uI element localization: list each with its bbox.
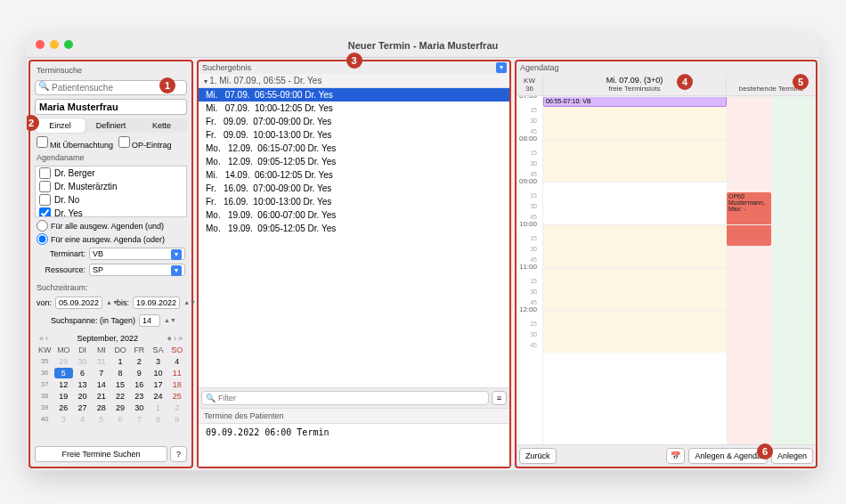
stepper-icon[interactable]: ▲▼ xyxy=(106,300,113,305)
calendar-day[interactable]: 5 xyxy=(54,368,72,378)
radio-one[interactable]: Für eine ausgew. Agenda (oder) xyxy=(33,232,189,246)
result-row[interactable]: Mi. 07.09. 10:00-12:05 Dr. Yes xyxy=(199,102,509,115)
patient-term-row[interactable]: 09.09.2022 06:00 Termin xyxy=(199,424,509,467)
traffic-lights xyxy=(36,40,73,49)
calendar-day[interactable]: 21 xyxy=(93,391,110,402)
minimize-icon[interactable] xyxy=(50,40,59,49)
today-icon[interactable]: ● xyxy=(167,334,172,343)
calendar-day[interactable]: 20 xyxy=(74,391,92,402)
calendar-day[interactable]: 4 xyxy=(74,414,92,425)
prev-month-icon[interactable]: ‹ xyxy=(45,334,48,343)
calendar-day[interactable]: 27 xyxy=(74,402,92,413)
date-to[interactable]: 19.09.2022 xyxy=(133,297,180,309)
calendar-day[interactable]: 24 xyxy=(150,391,167,402)
calendar-day[interactable]: 9 xyxy=(130,368,148,378)
result-row[interactable]: Mo. 12.09. 09:05-12:05 Dr. Yes xyxy=(199,155,509,168)
calendar-day[interactable]: 6 xyxy=(74,368,92,378)
kw-box: KW 36 xyxy=(517,74,543,95)
help-button[interactable]: ? xyxy=(170,446,187,462)
result-row[interactable]: Fr. 09.09. 10:00-13:00 Dr. Yes xyxy=(199,128,509,142)
calendar-day[interactable]: 17 xyxy=(150,379,167,390)
calendar-day[interactable]: 23 xyxy=(130,391,148,402)
tab-kette[interactable]: Kette xyxy=(136,118,187,133)
result-row[interactable]: Fr. 16.09. 07:00-09:00 Dr. Yes xyxy=(199,182,509,195)
list-item[interactable]: Dr. Yes xyxy=(36,207,186,217)
calendar-day[interactable]: 31 xyxy=(93,356,110,367)
calendar-day[interactable]: 11 xyxy=(168,368,186,378)
calendar-day[interactable]: 3 xyxy=(150,356,167,367)
calendar-day[interactable]: 19 xyxy=(54,391,72,402)
list-item[interactable]: Dr. Musterärztin xyxy=(36,180,186,193)
result-row[interactable]: Fr. 16.09. 10:00-13:00 Dr. Yes xyxy=(199,195,509,208)
patient-name[interactable]: Maria Musterfrau xyxy=(35,99,187,115)
calendar-day[interactable]: 26 xyxy=(54,402,72,413)
existing-block[interactable]: OP60 Mustermann, Max: - xyxy=(727,192,771,246)
calendar-day[interactable]: 18 xyxy=(168,379,186,390)
result-row[interactable]: Mo. 19.09. 09:05-12:05 Dr. Yes xyxy=(199,222,509,235)
calendar-day[interactable]: 30 xyxy=(130,402,148,413)
calendar-day[interactable]: 14 xyxy=(93,379,110,390)
calendar-day[interactable]: 3 xyxy=(54,414,72,425)
calendar-day[interactable]: 5 xyxy=(93,414,110,425)
calendar-day[interactable]: 2 xyxy=(168,402,186,413)
calendar-day[interactable]: 4 xyxy=(168,356,186,367)
calendar-day[interactable]: 7 xyxy=(130,414,148,425)
close-icon[interactable] xyxy=(36,40,45,49)
chk-op[interactable]: OP-Eintrag xyxy=(118,136,172,150)
stepper-icon[interactable]: ▲▼ xyxy=(164,318,171,323)
list-item[interactable]: Dr. No xyxy=(36,193,186,207)
calendar-day[interactable]: 8 xyxy=(111,368,129,378)
calendar-day[interactable]: 1 xyxy=(111,356,129,367)
calendar-day[interactable]: 13 xyxy=(74,379,92,390)
search-free-button[interactable]: Freie Termine Suchen xyxy=(35,446,167,462)
result-row[interactable]: Mo. 19.09. 06:00-07:00 Dr. Yes xyxy=(199,208,509,222)
result-row[interactable]: Mi. 14.09. 06:00-12:05 Dr. Yes xyxy=(199,168,509,182)
calendar-day[interactable]: 6 xyxy=(111,414,129,425)
timegrid[interactable]: 07:0015304508:0015304509:0015304510:0015… xyxy=(517,96,816,444)
terminart-select[interactable]: VB xyxy=(89,248,185,260)
section-title: Agendatag xyxy=(517,61,816,74)
tab-definiert[interactable]: Definiert xyxy=(85,118,136,133)
result-row[interactable]: Fr. 09.09. 07:00-09:00 Dr. Yes xyxy=(199,115,509,128)
tab-einzel[interactable]: Einzel xyxy=(35,118,85,133)
calendar-day[interactable]: 29 xyxy=(54,356,72,367)
calendar-day[interactable]: 16 xyxy=(130,379,148,390)
radio-all[interactable]: Für alle ausgew. Agenden (und) xyxy=(33,219,189,232)
calendar-day[interactable]: 29 xyxy=(111,402,129,413)
zoom-icon[interactable] xyxy=(64,40,73,49)
chk-overnight[interactable]: Mit Übernachtung xyxy=(37,136,113,150)
calendar-day[interactable]: 2 xyxy=(130,356,148,367)
stepper-icon[interactable]: ▲▼ xyxy=(183,300,191,305)
date-from[interactable]: 05.09.2022 xyxy=(55,297,102,309)
result-group[interactable]: 1. Mi. 07.09., 06:55 - Dr. Yes xyxy=(199,74,509,88)
calendar-day[interactable]: 15 xyxy=(111,379,129,390)
anlegen-button[interactable]: Anlegen xyxy=(771,448,813,464)
prev-year-icon[interactable]: « xyxy=(39,334,44,343)
next-month-icon[interactable]: › xyxy=(174,334,176,343)
ressource-select[interactable]: SP xyxy=(89,264,185,276)
filter-options-button[interactable]: ≡ xyxy=(492,391,507,405)
back-button[interactable]: Zurück xyxy=(519,448,557,464)
span-input[interactable]: 14 xyxy=(139,314,160,327)
calendar-day[interactable]: 12 xyxy=(54,379,72,390)
calendar-day[interactable]: 1 xyxy=(150,402,167,413)
calendar-day[interactable]: 8 xyxy=(150,414,167,425)
free-slot-block[interactable]: 06:55-07:10: VB xyxy=(543,96,727,107)
badge-1: 1 xyxy=(159,77,175,93)
calendar-day[interactable]: 22 xyxy=(111,391,129,402)
next-year-icon[interactable]: » xyxy=(178,334,183,343)
calendar-icon-button[interactable]: 📅 xyxy=(666,448,685,464)
result-row[interactable]: Mo. 12.09. 06:15-07:00 Dr. Yes xyxy=(199,142,509,155)
calendar-day[interactable]: 25 xyxy=(168,391,186,402)
calendar-day[interactable]: 28 xyxy=(93,402,110,413)
calendar-day[interactable]: 9 xyxy=(168,414,186,425)
badge-3: 3 xyxy=(346,53,362,69)
list-item[interactable]: Dr. Berger xyxy=(36,167,186,180)
calendar-day[interactable]: 10 xyxy=(150,368,167,378)
titlebar: Neuer Termin - Maria Musterfrau xyxy=(27,34,819,57)
calendar-day[interactable]: 7 xyxy=(93,368,110,378)
calendar-day[interactable]: 30 xyxy=(74,356,92,367)
anlegen-agenda-button[interactable]: Anlegen & Agenda xyxy=(688,448,768,464)
result-row[interactable]: Mi. 07.09. 06:55-09:00 Dr. Yes xyxy=(199,88,509,102)
filter-input[interactable] xyxy=(201,391,489,405)
